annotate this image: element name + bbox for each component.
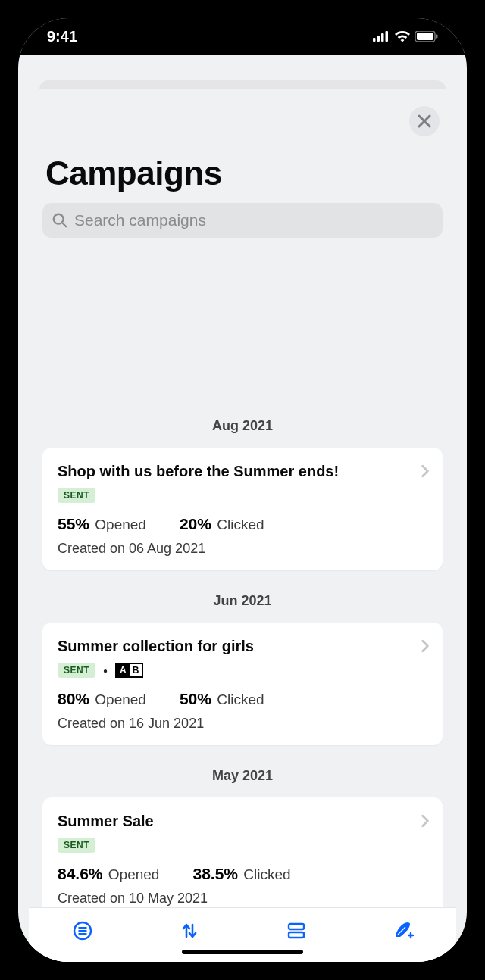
opened-stat: 80% Opened <box>58 690 146 708</box>
home-indicator[interactable] <box>182 950 303 954</box>
svg-rect-13 <box>289 924 304 929</box>
status-badge: SENT <box>58 838 95 853</box>
campaign-title: Summer collection for girls <box>58 638 427 655</box>
feather-plus-icon <box>392 919 415 942</box>
section-header: Jun 2021 <box>29 573 456 623</box>
search-bar[interactable] <box>42 203 443 238</box>
sort-arrows-icon <box>179 920 200 941</box>
svg-rect-5 <box>417 33 433 40</box>
wifi-icon <box>395 31 410 42</box>
status-badge: SENT <box>58 663 95 678</box>
created-date: Created on 10 May 2021 <box>58 891 427 907</box>
svg-rect-1 <box>377 36 380 42</box>
search-input[interactable] <box>74 211 433 229</box>
svg-rect-0 <box>373 38 376 42</box>
clicked-stat: 50% Clicked <box>180 690 264 708</box>
battery-icon <box>415 31 438 42</box>
clicked-stat: 20% Clicked <box>180 515 264 533</box>
cellular-icon <box>373 31 390 42</box>
main-sheet: Campaigns Aug 2021 Shop with us before t… <box>29 89 456 962</box>
created-date: Created on 06 Aug 2021 <box>58 541 427 557</box>
clicked-stat: 38.5% Clicked <box>192 865 290 883</box>
list-circle-icon <box>72 920 93 941</box>
close-button[interactable] <box>409 106 440 136</box>
section-header: May 2021 <box>29 748 456 797</box>
svg-rect-14 <box>289 932 304 938</box>
campaign-card[interactable]: Summer collection for girls SENT ● AB 80… <box>42 623 443 745</box>
created-date: Created on 16 Jun 2021 <box>58 716 427 732</box>
rows-icon <box>286 920 307 941</box>
svg-rect-3 <box>386 31 389 42</box>
page-title: Campaigns <box>29 89 456 203</box>
svg-line-8 <box>62 223 67 227</box>
chevron-right-icon <box>420 464 430 478</box>
status-time: 9:41 <box>47 28 77 45</box>
campaign-card[interactable]: Shop with us before the Summer ends! SEN… <box>42 448 443 570</box>
svg-rect-2 <box>381 33 384 42</box>
section-header: Aug 2021 <box>29 398 456 448</box>
opened-stat: 84.6% Opened <box>58 865 159 883</box>
separator-dot: ● <box>103 666 108 675</box>
svg-rect-6 <box>436 35 438 39</box>
close-icon <box>418 114 431 128</box>
chevron-right-icon <box>420 639 430 653</box>
menu-button[interactable] <box>66 914 99 947</box>
sort-button[interactable] <box>173 914 206 947</box>
ab-test-badge: AB <box>115 663 143 678</box>
campaign-title: Summer Sale <box>58 813 427 830</box>
status-badge: SENT <box>58 488 95 503</box>
layout-button[interactable] <box>280 914 313 947</box>
chevron-right-icon <box>420 814 430 828</box>
search-icon <box>52 212 68 229</box>
status-icons <box>373 31 438 42</box>
opened-stat: 55% Opened <box>58 515 146 533</box>
campaign-card[interactable]: Summer Sale SENT 84.6% Opened 38.5% Clic… <box>42 797 443 907</box>
compose-button[interactable] <box>386 914 420 947</box>
campaign-title: Shop with us before the Summer ends! <box>58 463 427 480</box>
